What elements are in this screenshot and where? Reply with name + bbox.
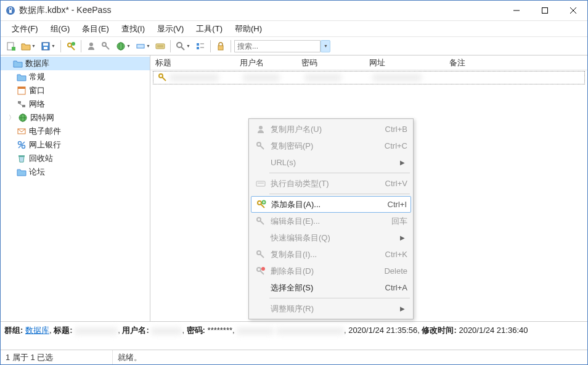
- svg-rect-10: [44, 47, 47, 49]
- submenu-arrow-icon: ▶: [400, 234, 407, 241]
- menu-help[interactable]: 帮助(H): [229, 22, 268, 36]
- tree-item-windows[interactable]: 窗口: [1, 84, 150, 97]
- network-icon: [17, 99, 27, 109]
- menu-tools[interactable]: 工具(T): [190, 22, 229, 36]
- info-redacted: [237, 327, 274, 335]
- entry-detail-panel: 群组: 数据库, 标题: , 用户名: , 密码: ********, , 创建…: [1, 321, 587, 350]
- key-edit-icon: [255, 215, 267, 228]
- user-icon: [255, 123, 267, 136]
- mail-icon: [17, 126, 27, 136]
- tree-root-database[interactable]: 数据库: [1, 57, 150, 70]
- search-dropdown-icon[interactable]: ▼: [321, 40, 330, 52]
- menu-find[interactable]: 查找(I): [115, 22, 151, 36]
- expand-icon[interactable]: 〉: [8, 113, 15, 122]
- col-user[interactable]: 用户名: [235, 55, 296, 70]
- statusbar: 1 属于 1 已选 就绪。: [1, 350, 587, 364]
- ctx-quickedit-entry[interactable]: 快速编辑条目(Q) ▶: [251, 229, 411, 246]
- tb-copyuser-icon[interactable]: [84, 39, 98, 53]
- tree-item-forum[interactable]: 论坛: [1, 165, 150, 179]
- svg-rect-25: [197, 43, 199, 46]
- ctx-separator: [269, 173, 410, 173]
- ctx-separator: [269, 298, 410, 298]
- svg-point-45: [259, 126, 263, 129]
- ctx-duplicate-entry[interactable]: 复制条目(I)... Ctrl+K: [251, 246, 411, 263]
- status-selection: 1 属于 1 已选: [1, 350, 113, 364]
- col-title[interactable]: 标题: [150, 55, 235, 70]
- trash-icon: [17, 154, 27, 163]
- info-title-label: 标题:: [54, 326, 72, 335]
- col-notes[interactable]: 备注: [444, 55, 587, 70]
- info-mtime-label: 修改时间:: [422, 326, 456, 335]
- tb-new-icon[interactable]: [4, 39, 18, 53]
- search-input[interactable]: [234, 40, 321, 52]
- tb-save-icon[interactable]: ▼: [39, 39, 57, 53]
- svg-line-51: [261, 204, 264, 208]
- entry-user-redacted: [243, 74, 280, 81]
- ctx-autotype[interactable]: 执行自动类型(T) Ctrl+V: [251, 175, 411, 192]
- svg-rect-7: [12, 47, 15, 51]
- submenu-arrow-icon: ▶: [400, 305, 407, 312]
- info-ctime-value: 2020/1/24 21:35:56: [348, 326, 417, 335]
- svg-rect-1: [9, 10, 12, 13]
- info-group-link[interactable]: 数据库: [25, 326, 49, 335]
- maximize-button[interactable]: [531, 1, 559, 20]
- toolbar-search: ▼: [234, 40, 584, 52]
- percent-icon: [17, 140, 27, 150]
- svg-rect-33: [22, 105, 25, 107]
- list-row[interactable]: [153, 71, 585, 84]
- group-tree[interactable]: 数据库 常规 窗口 网络 〉 因特网 电子邮件 网上银行 回收站: [1, 55, 150, 321]
- tree-item-network[interactable]: 网络: [1, 97, 150, 111]
- tree-item-internet[interactable]: 〉 因特网: [1, 111, 150, 125]
- ctx-rearrange[interactable]: 调整顺序(R) ▶: [251, 300, 411, 317]
- tb-find-icon[interactable]: ▼: [174, 39, 192, 53]
- key-add-icon: [255, 199, 267, 211]
- svg-point-39: [18, 142, 22, 145]
- svg-rect-42: [18, 155, 25, 157]
- tb-url-icon[interactable]: ▼: [114, 39, 133, 53]
- menubar: 文件(F) 组(G) 条目(E) 查找(I) 显示(V) 工具(T) 帮助(H): [1, 20, 587, 36]
- tree-item-banking[interactable]: 网上银行: [1, 138, 150, 152]
- menu-entry[interactable]: 条目(E): [76, 22, 115, 36]
- tb-copypass-icon[interactable]: [99, 39, 113, 53]
- ctx-select-all[interactable]: 选择全部(S) Ctrl+A: [251, 279, 411, 296]
- tree-item-email[interactable]: 电子邮件: [1, 125, 150, 138]
- ctx-urls[interactable]: URL(s) ▶: [251, 154, 411, 171]
- ctx-delete-entry[interactable]: 删除条目(D) Delete: [251, 263, 411, 279]
- svg-rect-3: [542, 8, 548, 14]
- svg-rect-26: [200, 43, 204, 44]
- status-ready: 就绪。: [113, 352, 587, 363]
- minimize-button[interactable]: [502, 1, 531, 20]
- svg-point-23: [177, 43, 182, 47]
- tb-showall-icon[interactable]: [194, 39, 207, 53]
- window-icon: [17, 86, 27, 96]
- svg-point-40: [22, 146, 25, 149]
- tb-addentry-icon[interactable]: [64, 39, 78, 53]
- tree-item-general[interactable]: 常规: [1, 70, 150, 84]
- svg-line-12: [71, 46, 75, 50]
- svg-rect-20: [156, 44, 165, 49]
- globe-icon: [18, 113, 28, 123]
- ctx-edit-entry[interactable]: 编辑条目(E)... 回车: [251, 213, 411, 229]
- info-title-redacted: [75, 327, 118, 335]
- menu-view[interactable]: 显示(V): [151, 22, 190, 36]
- ctx-add-entry[interactable]: 添加条目(A)... Ctrl+I: [251, 196, 411, 213]
- tree-item-recycle[interactable]: 回收站: [1, 152, 150, 165]
- ctx-copy-password[interactable]: 复制密码(P) Ctrl+C: [251, 137, 411, 154]
- keyboard-icon: [255, 178, 267, 190]
- close-button[interactable]: [559, 1, 587, 20]
- svg-line-60: [260, 271, 264, 274]
- tb-field-icon[interactable]: ▼: [134, 39, 152, 53]
- col-url[interactable]: 网址: [364, 55, 444, 70]
- tb-autotype-icon[interactable]: [153, 39, 167, 53]
- ctx-copy-username[interactable]: 复制用户名(U) Ctrl+B: [251, 121, 411, 137]
- svg-line-44: [162, 77, 166, 81]
- svg-line-58: [260, 254, 264, 258]
- window-title: 数据库.kdbx* - KeePass: [19, 5, 502, 16]
- menu-file[interactable]: 文件(F): [6, 22, 44, 36]
- col-password[interactable]: 密码: [296, 55, 364, 70]
- folder-open-icon: [13, 59, 23, 68]
- svg-line-47: [260, 146, 264, 149]
- tb-lock-icon[interactable]: [214, 39, 227, 53]
- tb-open-icon[interactable]: ▼: [19, 39, 38, 53]
- menu-group[interactable]: 组(G): [44, 22, 76, 36]
